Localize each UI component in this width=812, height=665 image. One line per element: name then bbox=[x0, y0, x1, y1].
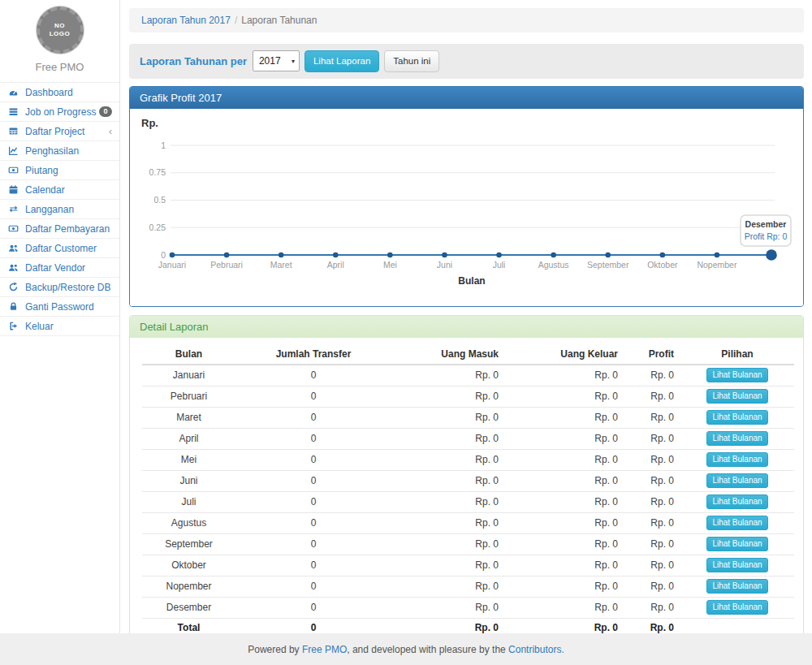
sidebar-item-label: Calendar bbox=[25, 184, 65, 196]
svg-text:0.5: 0.5 bbox=[153, 195, 166, 205]
column-header-profit: Profit bbox=[624, 344, 680, 365]
cell-bulan: Juli bbox=[142, 491, 235, 512]
users-icon bbox=[8, 243, 20, 253]
year-select-value: 2017 bbox=[259, 55, 281, 67]
cell-profit: Rp. 0 bbox=[624, 449, 680, 470]
cell-uang_masuk: Rp. 0 bbox=[391, 365, 505, 386]
sidebar-item-label: Penghasilan bbox=[25, 145, 79, 157]
cell-uang_keluar: Rp. 0 bbox=[505, 576, 624, 597]
tahun-ini-button[interactable]: Tahun ini bbox=[384, 50, 439, 72]
svg-text:Januari: Januari bbox=[158, 260, 186, 270]
sidebar-item-label: Daftar Customer bbox=[25, 243, 97, 254]
free-pmo-link[interactable]: Free PMO bbox=[302, 644, 347, 655]
table-row-mei: Mei0Rp. 0Rp. 0Rp. 0Lihat Bulanan bbox=[142, 449, 794, 470]
sidebar-item-calendar[interactable]: Calendar bbox=[0, 180, 119, 200]
cell-bulan: Oktober bbox=[142, 555, 235, 576]
cell-uang_masuk: Rp. 0 bbox=[391, 555, 505, 576]
cell-uang_keluar: Rp. 0 bbox=[505, 470, 624, 491]
sidebar-item-backup-restore-db[interactable]: Backup/Restore DB bbox=[0, 278, 119, 297]
breadcrumb-current: Laporan Tahunan bbox=[241, 15, 317, 26]
table-row-januari: Januari0Rp. 0Rp. 0Rp. 0Lihat Bulanan bbox=[142, 365, 794, 386]
lihat-bulanan-button[interactable]: Lihat Bulanan bbox=[706, 494, 767, 509]
sidebar-item-job-on-progress[interactable]: Job on Progress0 bbox=[0, 102, 119, 122]
contributors-link[interactable]: Contributors. bbox=[508, 644, 564, 655]
refresh-icon bbox=[8, 282, 20, 292]
cell-bulan: Nopember bbox=[142, 576, 235, 597]
svg-text:September: September bbox=[587, 260, 629, 270]
tasks-icon bbox=[8, 106, 20, 117]
sidebar-item-ganti-password[interactable]: Ganti Password bbox=[0, 297, 119, 317]
sidebar-item-penghasilan[interactable]: Penghasilan bbox=[0, 141, 119, 161]
table-row-maret: Maret0Rp. 0Rp. 0Rp. 0Lihat Bulanan bbox=[142, 407, 794, 428]
cell-uang_keluar: Rp. 0 bbox=[505, 365, 624, 386]
table-row-nopember: Nopember0Rp. 0Rp. 0Rp. 0Lihat Bulanan bbox=[142, 576, 794, 597]
svg-text:April: April bbox=[327, 260, 344, 270]
svg-text:Bulan: Bulan bbox=[458, 275, 485, 287]
cell-profit: Rp. 0 bbox=[624, 491, 680, 512]
column-header-jumlah-transfer: Jumlah Transfer bbox=[235, 344, 391, 365]
cell-bulan: September bbox=[142, 533, 235, 555]
svg-text:Maret: Maret bbox=[270, 260, 292, 270]
svg-text:0.75: 0.75 bbox=[149, 167, 166, 177]
lihat-bulanan-button[interactable]: Lihat Bulanan bbox=[706, 558, 767, 572]
lihat-bulanan-button[interactable]: Lihat Bulanan bbox=[706, 389, 767, 404]
lihat-laporan-button[interactable]: Lihat Laporan bbox=[304, 50, 379, 72]
users-icon bbox=[8, 262, 20, 273]
lihat-bulanan-button[interactable]: Lihat Bulanan bbox=[706, 452, 767, 467]
cell-profit: Rp. 0 bbox=[624, 512, 680, 533]
sidebar-item-dashboard[interactable]: Dashboard bbox=[0, 83, 119, 102]
lihat-bulanan-button[interactable]: Lihat Bulanan bbox=[706, 368, 767, 382]
svg-text:Mei: Mei bbox=[383, 260, 397, 270]
sidebar: NO LOGO Free PMO DashboardJob on Progres… bbox=[0, 0, 120, 633]
sidebar-item-daftar-customer[interactable]: Daftar Customer bbox=[0, 239, 119, 258]
sidebar-item-daftar-pembayaran[interactable]: Daftar Pembayaran bbox=[0, 219, 119, 239]
sidebar-item-label: Daftar Pembayaran bbox=[25, 223, 110, 235]
profit-line-chart[interactable]: Rp.00.250.50.751JanuariPebruariMaretApri… bbox=[130, 109, 803, 306]
svg-text:Desember: Desember bbox=[745, 219, 787, 229]
cell-uang_keluar: Rp. 0 bbox=[505, 555, 624, 576]
cell-profit: Rp. 0 bbox=[624, 555, 680, 576]
cell-jumlah_transfer: 0 bbox=[235, 491, 391, 512]
sidebar-item-langganan[interactable]: Langganan bbox=[0, 200, 119, 219]
calendar-icon bbox=[8, 184, 20, 195]
lihat-bulanan-button[interactable]: Lihat Bulanan bbox=[706, 473, 767, 488]
brand-name: Free PMO bbox=[0, 61, 119, 73]
no-logo-text: NO LOGO bbox=[46, 22, 74, 38]
monthly-report-table: BulanJumlah TransferUang MasukUang Kelua… bbox=[142, 344, 794, 638]
detail-report-panel: Detail Laporan BulanJumlah TransferUang … bbox=[129, 315, 804, 650]
footer-prefix: Powered by bbox=[248, 644, 302, 655]
cell-bulan: April bbox=[142, 428, 235, 449]
sidebar-item-label: Daftar Project bbox=[25, 126, 84, 137]
cell-uang_keluar: Rp. 0 bbox=[505, 597, 624, 618]
sidebar-item-daftar-project[interactable]: Daftar Project‹ bbox=[0, 122, 119, 141]
lihat-bulanan-button[interactable]: Lihat Bulanan bbox=[706, 516, 767, 530]
svg-text:Juni: Juni bbox=[437, 260, 452, 270]
sidebar-item-daftar-vendor[interactable]: Daftar Vendor bbox=[0, 258, 119, 278]
lihat-bulanan-button[interactable]: Lihat Bulanan bbox=[706, 579, 767, 594]
breadcrumb-link-laporan-tahun[interactable]: Laporan Tahun 2017 bbox=[141, 15, 231, 26]
year-select[interactable]: 2017 ▾ bbox=[253, 50, 300, 71]
lihat-bulanan-button[interactable]: Lihat Bulanan bbox=[706, 410, 767, 425]
table-row-pebruari: Pebruari0Rp. 0Rp. 0Rp. 0Lihat Bulanan bbox=[142, 386, 794, 407]
svg-text:0: 0 bbox=[161, 249, 166, 259]
svg-text:Pebruari: Pebruari bbox=[210, 260, 243, 270]
lihat-bulanan-button[interactable]: Lihat Bulanan bbox=[706, 431, 767, 446]
lihat-bulanan-button[interactable]: Lihat Bulanan bbox=[706, 600, 767, 615]
line-chart-icon bbox=[8, 145, 20, 156]
lihat-bulanan-button[interactable]: Lihat Bulanan bbox=[706, 537, 767, 551]
cell-uang_masuk: Rp. 0 bbox=[391, 491, 505, 512]
sidebar-item-piutang[interactable]: Piutang bbox=[0, 161, 119, 180]
svg-text:0.25: 0.25 bbox=[149, 222, 166, 232]
svg-text:Profit Rp: 0: Profit Rp: 0 bbox=[745, 231, 788, 241]
cell-profit: Rp. 0 bbox=[624, 470, 680, 491]
cell-bulan: Desember bbox=[142, 597, 235, 618]
sidebar-item-label: Dashboard bbox=[25, 87, 73, 98]
svg-text:Agustus: Agustus bbox=[538, 260, 569, 270]
report-filter-bar: Laporan Tahunan per 2017 ▾ Lihat Laporan… bbox=[129, 44, 804, 79]
sidebar-item-label: Piutang bbox=[25, 165, 58, 176]
cell-profit: Rp. 0 bbox=[624, 533, 680, 555]
cell-bulan: Agustus bbox=[142, 512, 235, 533]
table-row-agustus: Agustus0Rp. 0Rp. 0Rp. 0Lihat Bulanan bbox=[142, 512, 794, 533]
cell-uang_keluar: Rp. 0 bbox=[505, 533, 624, 555]
sidebar-item-keluar[interactable]: Keluar bbox=[0, 317, 119, 336]
